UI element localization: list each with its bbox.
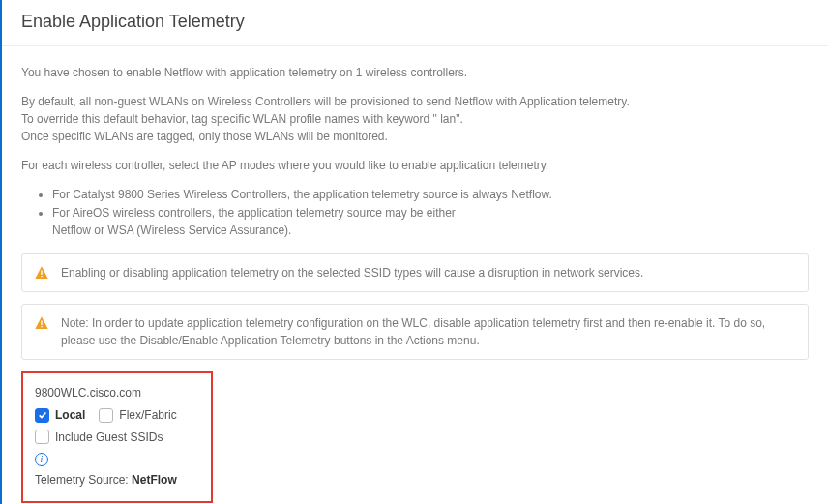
warning-alert-disruption: Enabling or disabling application teleme… <box>21 253 809 292</box>
local-checkbox-label: Local <box>55 405 85 425</box>
warning-icon <box>34 315 49 331</box>
checkbox-row-guest: Include Guest SSIDs <box>35 428 199 447</box>
warning-alert-note: Note: In order to update application tel… <box>21 304 809 360</box>
include-guest-checkbox-label: Include Guest SSIDs <box>55 428 163 447</box>
bullet-list: For Catalyst 9800 Series Wireless Contro… <box>52 186 809 240</box>
svg-rect-0 <box>41 270 42 275</box>
telemetry-source-value: NetFlow <box>132 473 177 487</box>
checkbox-row-local: Local <box>35 405 85 425</box>
warning-icon <box>34 265 49 281</box>
intro-p2-c: Once specific WLANs are tagged, only tho… <box>21 130 388 143</box>
bullet-item-1: For Catalyst 9800 Series Wireless Contro… <box>52 186 809 204</box>
intro-line-3: For each wireless controller, select the… <box>21 157 809 174</box>
controller-hostname: 9800WLC.cisco.com <box>35 383 199 402</box>
intro-block: You have chosen to enable Netflow with a… <box>21 64 809 174</box>
svg-rect-1 <box>41 276 42 277</box>
intro-paragraph-2: By default, all non-guest WLANs on Wirel… <box>21 93 809 145</box>
page-title: Enable Application Telemetry <box>2 0 828 46</box>
bullet-2-line-b: Netflow or WSA (Wireless Service Assuran… <box>52 223 291 237</box>
info-icon[interactable]: i <box>35 453 48 466</box>
intro-line-1: You have chosen to enable Netflow with a… <box>21 64 809 81</box>
page-content: You have chosen to enable Netflow with a… <box>2 46 828 504</box>
svg-rect-2 <box>41 320 42 325</box>
telemetry-source-line: Telemetry Source: NetFlow <box>35 470 199 489</box>
flex-fabric-checkbox-label: Flex/Fabric <box>119 405 176 425</box>
page-root: Enable Application Telemetry You have ch… <box>0 0 828 504</box>
checkbox-row-flex: Flex/Fabric <box>99 405 176 425</box>
local-checkbox[interactable] <box>35 408 49 423</box>
include-guest-checkbox[interactable] <box>35 430 49 444</box>
warning-text-2: Note: In order to update application tel… <box>61 314 796 349</box>
svg-rect-3 <box>41 326 42 327</box>
controller-config-box: 9800WLC.cisco.com Local Flex/Fabric Incl… <box>21 371 213 504</box>
intro-p2-b: To override this default behavior, tag s… <box>21 112 463 126</box>
telemetry-source-prefix: Telemetry Source: <box>35 473 132 487</box>
bullet-item-2: For AireOS wireless controllers, the app… <box>52 204 809 240</box>
bullet-2-line-a: For AireOS wireless controllers, the app… <box>52 206 456 220</box>
ap-mode-row: Local Flex/Fabric <box>35 405 199 425</box>
warning-text-1: Enabling or disabling application teleme… <box>61 264 643 282</box>
intro-p2-a: By default, all non-guest WLANs on Wirel… <box>21 95 630 108</box>
flex-fabric-checkbox[interactable] <box>99 408 113 423</box>
